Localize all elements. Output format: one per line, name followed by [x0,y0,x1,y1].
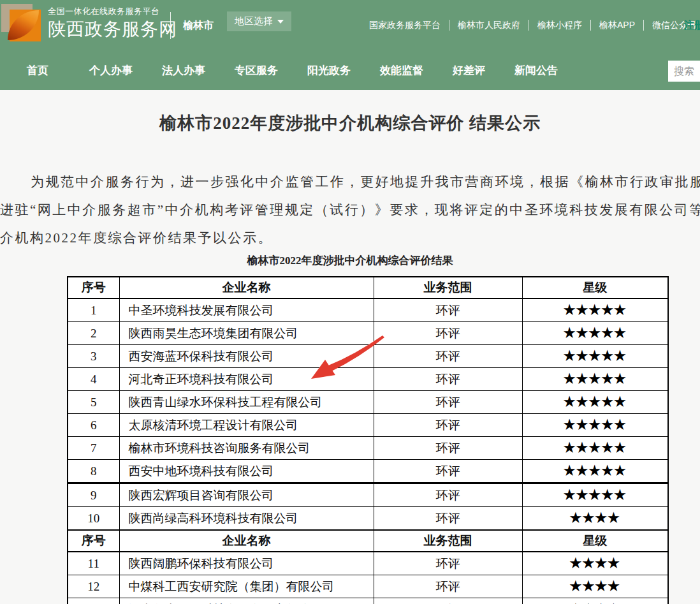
cell-name: 西安海蓝环保科技有限公司 [119,345,374,368]
cell-stars: ★★★★ [522,575,668,598]
cell-scope: 环评 [374,552,522,575]
table-header-row: 序号企业名称业务范围星级 [68,530,668,552]
column-header: 序号 [68,530,119,552]
table-row: 2陕西雨昊生态环境集团有限公司环评★★★★★ [68,322,668,345]
nav-item-home[interactable]: 首页 [27,63,48,78]
search-input[interactable] [668,61,700,82]
page-title: 榆林市2022年度涉批中介机构综合评价 结果公示 [0,90,700,135]
announcement-content: 榆林市2022年度涉批中介机构综合评价 结果公示 为规范中介服务行为，进一步强化… [0,90,700,604]
site-logo-icon [1,1,42,42]
column-header: 业务范围 [374,277,522,298]
cell-name: 太原核清环境工程设计有限公司 [119,414,374,437]
cell-name: 陕西宏辉项目咨询有限公司 [119,483,374,507]
cell-stars: ★★★★★ [522,298,668,322]
cell-no: 6 [68,414,119,437]
main-nav: 首页 个人办事 法人办事 专区服务 阳光政务 效能监督 好差评 新闻公告 [0,50,700,90]
table-row: 11陕西阔鹏环保科技有限公司环评★★★★ [68,552,668,575]
cell-stars: ★★★★★ [522,322,668,345]
cell-stars: ★★★★ [522,507,668,531]
table-row: 5陕西青山绿水环保科技工程有限公司环评★★★★★ [68,391,668,414]
cell-stars: ★★★★ [522,598,668,604]
cell-no: 1 [68,298,119,322]
cell-scope: 环评 [374,322,522,345]
cell-stars: ★★★★★ [522,391,668,414]
cell-stars: ★★★★★ [522,460,668,483]
link-separator [529,20,529,31]
link-mini-program[interactable]: 榆林小程序 [537,20,582,31]
table-row: 13渭南华山环保科技发展有限责任公司环评★★★★ [68,598,668,604]
cell-name: 西安中地环境科技有限公司 [119,460,374,483]
cell-scope: 环评 [374,391,522,414]
table-row: 9陕西宏辉项目咨询有限公司环评★★★★★ [68,483,668,507]
top-links: 国家政务服务平台 榆林市人民政府 榆林小程序 榆林APP 微信公众号 [369,0,697,50]
cell-scope: 环评 [374,507,522,531]
current-city-label: 榆林市 [183,19,214,33]
region-select-button[interactable]: 地区选择 [227,11,291,31]
cell-name: 中煤科工西安研究院（集团）有限公司 [119,575,374,598]
cell-stars: ★★★★★ [522,368,668,391]
table-row: 4河北奇正环境科技有限公司环评★★★★★ [68,368,668,391]
cell-no: 12 [68,575,119,598]
cell-name: 榆林市环境科技咨询服务有限公司 [119,437,374,460]
header-divider [170,12,171,39]
cell-no: 3 [68,345,119,368]
cell-no: 4 [68,368,119,391]
cell-scope: 环评 [374,460,522,483]
column-header: 星级 [522,277,668,298]
region-select-label: 地区选择 [235,15,273,27]
cell-scope: 环评 [374,575,522,598]
nav-item-legal-person[interactable]: 法人办事 [162,63,205,78]
nav-item-news[interactable]: 新闻公告 [514,63,558,78]
nav-item-open-government[interactable]: 阳光政务 [307,63,351,78]
results-table-body: 序号企业名称业务范围星级1中圣环境科技发展有限公司环评★★★★★2陕西雨昊生态环… [68,277,668,604]
cell-stars: ★★★★★ [522,437,668,460]
cell-scope: 环评 [374,414,522,437]
cell-scope: 环评 [374,598,522,604]
cell-no: 11 [68,552,119,575]
column-header: 业务范围 [374,530,522,552]
cell-stars: ★★★★★ [522,414,668,437]
cell-stars: ★★★★★ [522,483,668,507]
table-row: 12中煤科工西安研究院（集团）有限公司环评★★★★ [68,575,668,598]
paragraph-line: 介机构2022年度综合评价结果予以公示。 [0,224,700,252]
cell-no: 8 [68,460,119,483]
link-city-government[interactable]: 榆林市人民政府 [458,20,520,31]
link-separator [449,20,449,31]
cell-stars: ★★★★ [522,552,668,575]
paragraph-line: 进驻“网上中介服务超市”中介机构考评管理规定（试行）》要求，现将评定的中圣环境科… [0,196,700,224]
column-header: 序号 [68,277,119,298]
cell-no: 7 [68,437,119,460]
cell-name: 陕西青山绿水环保科技工程有限公司 [119,391,374,414]
register-link[interactable]: 注册 [684,19,700,33]
results-table: 序号企业名称业务范围星级1中圣环境科技发展有限公司环评★★★★★2陕西雨昊生态环… [67,276,669,604]
cell-no: 5 [68,391,119,414]
nav-item-personal[interactable]: 个人办事 [89,63,133,78]
cell-name: 陕西雨昊生态环境集团有限公司 [119,322,374,345]
cell-name: 河北奇正环境科技有限公司 [119,368,374,391]
table-row: 3西安海蓝环保科技有限公司环评★★★★★ [68,345,668,368]
link-national-platform[interactable]: 国家政务服务平台 [369,20,441,31]
table-row: 10陕西尚绿高科环境科技有限公司环评★★★★ [68,507,668,531]
cell-scope: 环评 [374,345,522,368]
table-row: 7榆林市环境科技咨询服务有限公司环评★★★★★ [68,437,668,460]
chevron-down-icon [277,20,284,24]
cell-name: 中圣环境科技发展有限公司 [119,298,374,322]
cell-name: 渭南华山环保科技发展有限责任公司 [119,598,374,604]
nav-item-zone-services[interactable]: 专区服务 [235,63,278,78]
link-separator [590,20,591,31]
table-row: 8西安中地环境科技有限公司环评★★★★★ [68,460,668,483]
cell-name: 陕西阔鹏环保科技有限公司 [119,552,374,575]
paragraph-line: 为规范中介服务行为，进一步强化中介监管工作，更好地提升我市营商环境，根据《榆林市… [0,168,700,196]
table-row: 1中圣环境科技发展有限公司环评★★★★★ [68,298,668,322]
cell-no: 2 [68,322,119,345]
announcement-paragraph: 为规范中介服务行为，进一步强化中介监管工作，更好地提升我市营商环境，根据《榆林市… [0,168,700,252]
column-header: 星级 [522,530,668,552]
column-header: 企业名称 [119,530,374,552]
link-yulin-app[interactable]: 榆林APP [599,20,635,31]
nav-items: 首页 个人办事 法人办事 专区服务 阳光政务 效能监督 好差评 新闻公告 [27,63,558,78]
cell-no: 9 [68,483,119,507]
nav-item-rating[interactable]: 好差评 [453,63,485,78]
cell-scope: 环评 [374,483,522,507]
nav-item-efficiency[interactable]: 效能监督 [380,63,423,78]
table-caption: 榆林市2022年度涉批中介机构综合评价结果 [0,254,700,267]
